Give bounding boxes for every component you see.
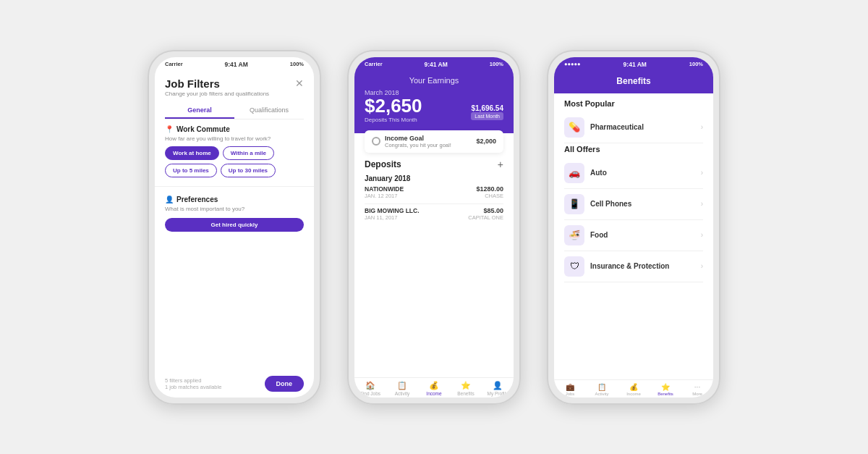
close-button[interactable]: ✕ — [295, 77, 304, 89]
time-1: 9:41 AM — [225, 61, 248, 68]
preferences-title: 👤 Preferences — [165, 196, 304, 203]
auto-label: Auto — [590, 169, 607, 177]
find-jobs-label: Find Jobs — [360, 391, 380, 396]
goal-left: Income Goal Congrats, you hit your goal! — [372, 135, 451, 148]
insurance-icon: 🛡 — [564, 256, 584, 277]
deposits-month-label: January 2018 — [365, 175, 503, 182]
work-at-home-btn[interactable]: Work at home — [165, 146, 219, 160]
insurance-chevron: › — [701, 262, 703, 270]
battery-2: 100% — [490, 61, 503, 67]
pharmaceutical-icon: 💊 — [564, 117, 584, 138]
carrier-1: Carrier — [165, 61, 183, 67]
status-bar-1: Carrier 9:41 AM 100% — [155, 57, 314, 70]
most-popular-title: Most Popular — [564, 99, 703, 108]
phone-2: Carrier 9:41 AM 100% Your Earnings March… — [347, 50, 521, 405]
preferences-desc: What is most important to you? — [165, 206, 304, 212]
food-chevron: › — [701, 231, 703, 239]
pharmaceutical-item[interactable]: 💊 Pharmaceutical › — [564, 112, 703, 143]
pharmaceutical-label: Pharmaceutical — [590, 123, 644, 131]
up-to-30-miles-btn[interactable]: Up to 30 miles — [221, 164, 276, 177]
food-icon: 🍜 — [564, 225, 584, 245]
nav-benefits[interactable]: ⭐ Benefits — [450, 381, 482, 396]
income-label: Income — [426, 391, 441, 396]
job-filters-title: Job Filters — [165, 77, 269, 90]
insurance-item[interactable]: 🛡 Insurance & Protection › — [564, 251, 703, 282]
tab-general[interactable]: General — [165, 103, 234, 119]
commute-buttons: Work at home Within a mile Up to 5 miles… — [165, 146, 304, 177]
within-a-mile-btn[interactable]: Within a mile — [223, 146, 274, 160]
auto-chevron: › — [701, 169, 703, 177]
deposits-header: Deposits + — [365, 159, 503, 170]
person-icon: 👤 — [165, 196, 174, 203]
nav-my-profile[interactable]: 👤 My Profile — [482, 381, 514, 396]
phone3-content: Benefits Most Popular 💊 Pharmaceutical › — [554, 70, 713, 398]
work-commute-desc: How far are you willing to travel for wo… — [165, 135, 304, 142]
preferences-section: 👤 Preferences What is most important to … — [155, 190, 314, 237]
job-filters-header: Job Filters Change your job filters and … — [155, 70, 314, 100]
p3-nav-activity[interactable]: 📋 Activity — [586, 383, 618, 396]
nav-income[interactable]: 💰 Income — [418, 381, 450, 396]
deposit-amount-1: $1280.00 — [476, 185, 503, 193]
phone-3: ●●●●● 9:41 AM 100% Benefits Most Popular… — [547, 50, 720, 405]
earnings-amount-row: $2,650 Deposits This Month $1,696.54 Las… — [365, 96, 503, 123]
job-filters-title-block: Job Filters Change your job filters and … — [165, 77, 269, 97]
big-amount: $2,650 — [365, 96, 422, 115]
p3-nav-benefits[interactable]: ⭐ Benefits — [650, 383, 681, 396]
earnings-side: $1,696.54 Last Month — [471, 104, 503, 123]
scene: Carrier 9:41 AM 100% Job Filters Change … — [0, 0, 868, 454]
deposits-section: Deposits + January 2018 NATIONWIDE $1280… — [354, 153, 514, 377]
side-amount: $1,696.54 — [471, 104, 503, 112]
location-icon: 📍 — [165, 125, 174, 133]
cell-phones-left: 📱 Cell Phones — [564, 194, 631, 214]
phone-1: Carrier 9:41 AM 100% Job Filters Change … — [148, 50, 321, 405]
signal-3: ●●●●● — [564, 61, 581, 67]
deposits-this-month-label: Deposits This Month — [365, 117, 422, 123]
get-hired-quickly-btn[interactable]: Get hired quickly — [165, 218, 304, 232]
income-nav-icon: 💰 — [629, 383, 638, 391]
deposit-sub-1: JAN. 12 2017 CHASE — [365, 193, 503, 199]
deposit-item-1: NATIONWIDE $1280.00 JAN. 12 2017 CHASE — [365, 185, 503, 199]
benefits-title: Benefits — [564, 76, 703, 86]
insurance-left: 🛡 Insurance & Protection — [564, 256, 669, 277]
deposit-amount-2: $85.00 — [483, 207, 503, 214]
goal-title: Income Goal — [385, 135, 451, 142]
filter-tabs: General Qualifications — [165, 103, 304, 119]
deposit-divider — [365, 203, 503, 204]
battery-3: 100% — [689, 61, 703, 67]
benefits-nav-label: Benefits — [658, 392, 673, 396]
food-item[interactable]: 🍜 Food › — [564, 220, 703, 251]
done-button[interactable]: Done — [265, 376, 305, 392]
most-popular-section: Most Popular 💊 Pharmaceutical › — [564, 99, 703, 143]
earnings-main-amount: $2,650 Deposits This Month — [365, 96, 422, 123]
tab-qualifications[interactable]: Qualifications — [234, 103, 304, 119]
p3-nav-income[interactable]: 💰 Income — [618, 383, 650, 396]
find-jobs-icon: 🏠 — [365, 381, 375, 390]
deposit-row-2: BIG MOWING LLC. $85.00 — [365, 207, 503, 214]
p3-nav-more[interactable]: ··· More — [681, 383, 713, 396]
time-2: 9:41 AM — [425, 61, 448, 68]
deposit-item-2: BIG MOWING LLC. $85.00 JAN 11, 2017 CAPI… — [365, 207, 503, 221]
cell-phones-label: Cell Phones — [590, 200, 631, 208]
nav-find-jobs[interactable]: 🏠 Find Jobs — [354, 381, 386, 396]
profile-label: My Profile — [488, 391, 509, 396]
add-deposit-icon[interactable]: + — [498, 159, 503, 170]
nav-activity[interactable]: 📋 Activity — [386, 381, 418, 396]
benefits-nav-icon: ⭐ — [661, 383, 670, 391]
insurance-label: Insurance & Protection — [590, 262, 669, 270]
up-to-5-miles-btn[interactable]: Up to 5 miles — [165, 164, 217, 177]
activity-nav-label: Activity — [595, 392, 608, 396]
deposits-title: Deposits — [365, 159, 401, 169]
carrier-2: Carrier — [365, 61, 383, 67]
job-filters-footer: 5 filters applied 1 job matches availabl… — [155, 371, 314, 398]
cell-phones-item[interactable]: 📱 Cell Phones › — [564, 189, 703, 220]
battery-1: 100% — [290, 61, 304, 67]
auto-item[interactable]: 🚗 Auto › — [564, 158, 703, 189]
deposit-company-1: NATIONWIDE — [365, 185, 404, 193]
cell-phones-chevron: › — [701, 200, 703, 208]
p3-nav-jobs[interactable]: 💼 Jobs — [554, 383, 586, 396]
all-offers-section: All Offers 🚗 Auto › 📱 Cell Phones — [564, 145, 703, 282]
benefits-content: Most Popular 💊 Pharmaceutical › All Offe… — [554, 93, 713, 379]
profile-icon: 👤 — [493, 381, 503, 390]
deposit-date-2: JAN 11, 2017 — [365, 214, 397, 221]
earnings-title: Your Earnings — [365, 76, 503, 85]
